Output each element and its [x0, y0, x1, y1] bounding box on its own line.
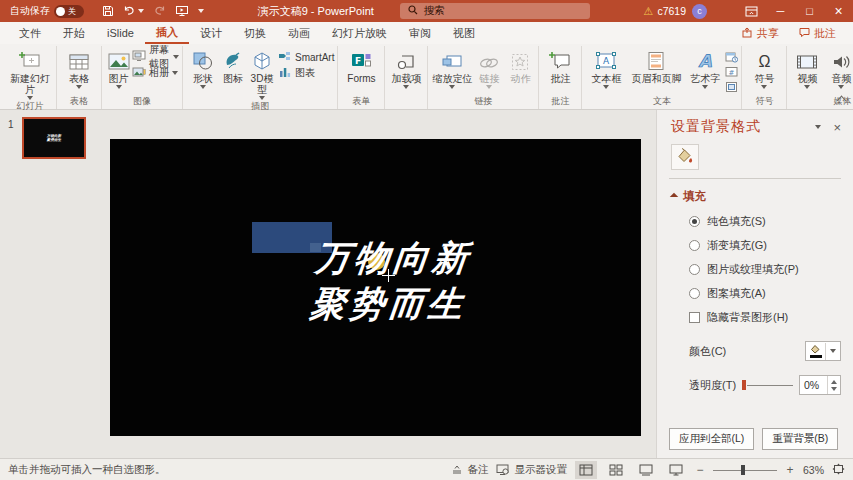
transparency-spinbox[interactable]: 0% [799, 375, 841, 395]
normal-view-button[interactable] [575, 461, 597, 479]
undo-dropdown-caret[interactable] [138, 9, 144, 13]
slideshow-view-button[interactable] [665, 461, 687, 479]
video-button[interactable]: 视频 [790, 46, 824, 89]
section-collapse-icon[interactable] [670, 192, 678, 200]
panel-close-icon[interactable]: × [833, 120, 841, 135]
reset-background-button[interactable]: 重置背景(B) [762, 428, 838, 450]
picture-button[interactable]: 图片 [105, 46, 132, 89]
wordart-dropdown[interactable] [702, 85, 708, 89]
display-settings-button[interactable]: 显示器设置 [496, 463, 567, 477]
audio-dropdown[interactable] [838, 85, 844, 89]
tab-design[interactable]: 设计 [189, 22, 233, 44]
apply-to-all-button[interactable]: 应用到全部(L) [669, 428, 754, 450]
search-box[interactable]: 搜索 [400, 3, 590, 19]
3d-models-button[interactable]: 3D模型 [246, 46, 278, 100]
chart-button[interactable]: 图表 [278, 66, 334, 80]
color-dropdown-caret[interactable] [830, 349, 836, 353]
slide-thumbnail-pane[interactable]: 1 万物向新 聚势而生 [0, 110, 103, 458]
hide-background-option[interactable]: 隐藏背景图形(H) [689, 310, 841, 325]
album-button[interactable]: 相册 [132, 66, 179, 80]
spin-up-icon[interactable] [831, 380, 837, 384]
zoom-nav-button[interactable]: 缩放定位 [431, 46, 473, 89]
slideshow-from-start-icon[interactable] [175, 5, 189, 17]
shapes-button[interactable]: 形状 [186, 46, 220, 89]
fill-option-gradient[interactable]: 渐变填充(G) [689, 238, 841, 253]
symbol-dropdown[interactable] [761, 85, 767, 89]
hide-background-checkbox[interactable] [689, 312, 700, 323]
addins-dropdown[interactable] [403, 85, 409, 89]
icons-button[interactable]: 图标 [220, 46, 246, 84]
radio-solid-fill[interactable] [689, 216, 700, 227]
wordart-button[interactable]: A 艺术字 [685, 46, 725, 89]
fill-option-picture[interactable]: 图片或纹理填充(P) [689, 262, 841, 277]
avatar[interactable]: c [692, 4, 707, 19]
tab-review[interactable]: 审阅 [398, 22, 442, 44]
screenshot-dropdown[interactable] [173, 55, 179, 59]
tab-home[interactable]: 开始 [52, 22, 96, 44]
editing-canvas[interactable]: 万物向新 聚势而生 [103, 110, 656, 458]
tab-file[interactable]: 文件 [8, 22, 52, 44]
forms-button[interactable]: F Forms [341, 46, 381, 84]
autosave-toggle-group[interactable]: 自动保存 关 [10, 4, 84, 18]
notes-button[interactable]: 备注 [451, 463, 488, 477]
share-button[interactable]: 共享 [735, 25, 786, 42]
minimize-button[interactable]: ─ [766, 0, 795, 22]
header-footer-button[interactable]: 页眉和页脚 [627, 46, 685, 84]
warning-icon[interactable]: ⚠ [644, 5, 654, 18]
symbol-button[interactable]: Ω 符号 [745, 46, 783, 89]
undo-icon[interactable] [123, 5, 144, 17]
color-picker-button[interactable] [805, 341, 841, 361]
textbox-dropdown[interactable] [603, 85, 609, 89]
video-dropdown[interactable] [804, 85, 810, 89]
table-button[interactable]: 表格 [60, 46, 98, 89]
object-button[interactable] [725, 80, 738, 94]
save-icon[interactable] [102, 5, 114, 17]
maximize-button[interactable]: □ [795, 0, 824, 22]
slide-thumbnail[interactable]: 万物向新 聚势而生 [22, 117, 86, 159]
insert-comment-button[interactable]: 批注 [542, 46, 578, 84]
fill-tool-icon[interactable] [671, 144, 699, 170]
tab-view[interactable]: 视图 [442, 22, 486, 44]
qat-customize-caret[interactable] [198, 9, 204, 13]
slider-thumb[interactable] [742, 380, 746, 390]
album-dropdown[interactable] [172, 71, 178, 75]
slide[interactable]: 万物向新 聚势而生 [110, 139, 641, 436]
zoom-slider-thumb[interactable] [741, 465, 745, 475]
fit-to-window-icon[interactable] [832, 463, 845, 477]
tab-islide[interactable]: iSlide [96, 22, 145, 44]
radio-gradient-fill[interactable] [689, 240, 700, 251]
autosave-toggle[interactable]: 关 [54, 5, 84, 18]
close-button[interactable]: × [824, 0, 853, 22]
tab-slideshow[interactable]: 幻灯片放映 [321, 22, 398, 44]
radio-pattern-fill[interactable] [689, 288, 700, 299]
table-dropdown[interactable] [76, 85, 82, 89]
zoom-out-button[interactable]: − [695, 463, 705, 477]
smartart-button[interactable]: SmartArt [278, 50, 334, 64]
screenshot-button[interactable]: 屏幕截图 [132, 50, 179, 64]
account-id[interactable]: c7619 [657, 5, 686, 17]
radio-picture-fill[interactable] [689, 264, 700, 275]
reading-view-button[interactable] [635, 461, 657, 479]
audio-button[interactable]: 音频 [824, 46, 853, 89]
ribbon-display-options-icon[interactable] [737, 0, 766, 22]
panel-options-caret[interactable] [815, 125, 821, 129]
zoom-slider[interactable] [713, 464, 777, 476]
transparency-slider[interactable] [741, 379, 793, 391]
shapes-dropdown[interactable] [200, 85, 206, 89]
zoom-in-button[interactable]: + [785, 463, 795, 477]
slide-sorter-view-button[interactable] [605, 461, 627, 479]
spin-down-icon[interactable] [831, 387, 837, 391]
tab-transitions[interactable]: 切换 [233, 22, 277, 44]
fill-section-header[interactable]: 填充 [671, 189, 841, 204]
tab-animations[interactable]: 动画 [277, 22, 321, 44]
zoom-nav-dropdown[interactable] [449, 85, 455, 89]
fill-option-pattern[interactable]: 图案填充(A) [689, 286, 841, 301]
tab-insert[interactable]: 插入 [145, 22, 189, 44]
zoom-level[interactable]: 63% [803, 464, 824, 476]
slide-number-button[interactable]: # [725, 65, 738, 79]
textbox-button[interactable]: A 文本框 [585, 46, 627, 89]
fill-option-solid[interactable]: 纯色填充(S) [689, 214, 841, 229]
picture-dropdown[interactable] [116, 85, 122, 89]
new-slide-button[interactable]: 新建幻灯片 [7, 46, 53, 100]
addins-button[interactable]: 加载项 [388, 46, 424, 89]
